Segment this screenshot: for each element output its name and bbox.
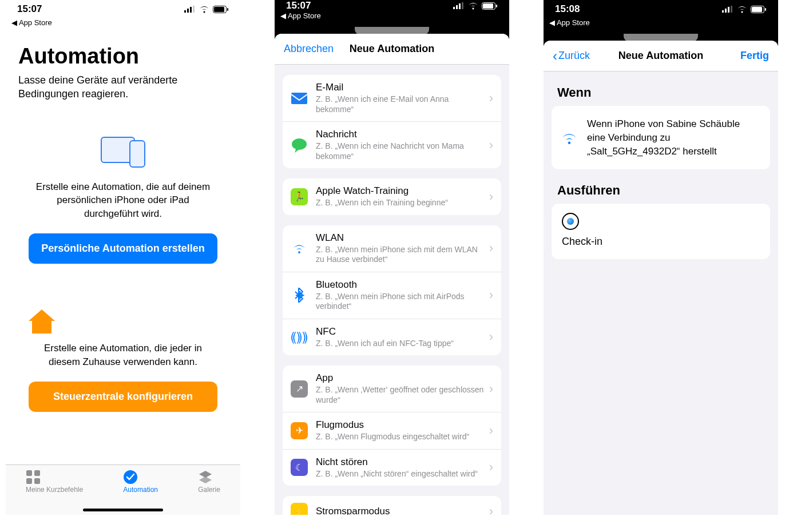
svg-rect-27 — [765, 8, 766, 11]
trigger-row-nfc[interactable]: ⸨⸩⸩NFCZ. B. „Wenn ich auf ein NFC-Tag ti… — [283, 319, 501, 356]
dnd-icon: ☾ — [291, 459, 308, 476]
trigger-subtitle: Z. B. „Wenn mein iPhone sich mit AirPods… — [316, 292, 486, 312]
trigger-row-airplane[interactable]: ✈FlugmodusZ. B. „Wenn Flugmodus eingesch… — [283, 412, 501, 450]
screen-trigger-list: 15:07 ◀︎ App Store Abbrechen Neue Automa… — [275, 0, 509, 515]
trigger-subtitle: Z. B. „Wenn ich auf ein NFC-Tag tippe“ — [316, 339, 486, 349]
when-section-label: Wenn — [557, 85, 764, 100]
trigger-subtitle: Z. B. „Wenn ich eine E-Mail von Anna bek… — [316, 94, 486, 114]
trigger-subtitle: Z. B. „Wenn ich eine Nachricht von Mama … — [316, 141, 486, 161]
tab-automation[interactable]: Automation — [123, 470, 158, 494]
screen-automation-home: 15:07 ◀︎ App Store Automation Lasse dein… — [6, 0, 240, 515]
chevron-right-icon: › — [489, 189, 493, 204]
cellular-icon — [722, 6, 733, 13]
trigger-title: Bluetooth — [316, 279, 486, 291]
trigger-title: Stromsparmodus — [316, 506, 486, 515]
status-time: 15:07 — [17, 3, 42, 15]
action-card[interactable]: Check-in — [552, 204, 770, 259]
trigger-row-app[interactable]: ↗AppZ. B. „Wenn ‚Wetter‘ geöffnet oder g… — [283, 366, 501, 412]
chevron-right-icon: › — [489, 329, 493, 344]
tab-gallery[interactable]: Galerie — [198, 470, 220, 494]
svg-rect-7 — [26, 470, 32, 476]
modal-title: Neue Automation — [350, 43, 434, 55]
modal-title: Neue Automation — [618, 50, 703, 62]
personal-automation-card: Erstelle eine Automation, die auf deinem… — [18, 122, 228, 276]
chevron-right-icon: › — [489, 504, 493, 515]
cellular-icon — [453, 2, 465, 9]
checkin-app-icon — [562, 213, 579, 230]
trigger-row-wifi[interactable]: WLANZ. B. „Wenn mein iPhone sich mit dem… — [283, 225, 501, 272]
tab-shortcuts[interactable]: Meine Kurzbefehle — [26, 470, 83, 494]
svg-rect-10 — [34, 478, 40, 484]
svg-rect-14 — [459, 3, 461, 9]
trigger-group: WLANZ. B. „Wenn mein iPhone sich mit dem… — [283, 225, 501, 356]
status-right — [453, 2, 498, 10]
wifi-icon — [199, 6, 209, 13]
back-button[interactable]: ‹ Zurück — [544, 41, 599, 71]
battery-icon: ⚡ — [291, 503, 308, 515]
trigger-group: E-MailZ. B. „Wenn ich eine E-Mail von An… — [283, 75, 501, 168]
svg-rect-2 — [190, 7, 192, 13]
svg-rect-9 — [26, 478, 32, 484]
svg-rect-18 — [496, 5, 497, 7]
svg-rect-1 — [187, 9, 189, 13]
trigger-row-battery[interactable]: ⚡Stromsparmodus› — [283, 496, 501, 515]
done-button[interactable]: Fertig — [731, 41, 778, 71]
svg-rect-22 — [725, 9, 727, 13]
personal-card-desc: Erstelle eine Automation, die auf deinem… — [29, 180, 217, 221]
modal-header: Abbrechen Neue Automation — [275, 34, 509, 65]
svg-rect-19 — [291, 93, 307, 104]
bluetooth-icon: ⌖ — [291, 287, 308, 304]
trigger-row-message[interactable]: NachrichtZ. B. „Wenn ich eine Nachricht … — [283, 122, 501, 168]
back-to-app[interactable]: ◀︎ App Store — [6, 18, 240, 30]
page-subtitle: Lasse deine Geräte auf veränderte Beding… — [18, 73, 228, 101]
status-right — [184, 6, 229, 13]
status-time: 15:08 — [555, 3, 580, 15]
grid-icon — [26, 470, 83, 485]
workout-icon: 🏃 — [291, 188, 308, 205]
stack-icon — [198, 470, 220, 485]
home-card-desc: Erstelle eine Automation, die jeder in d… — [29, 342, 217, 369]
trigger-group: 🏃Apple Watch-TrainingZ. B. „Wenn ich ein… — [283, 178, 501, 215]
app-icon: ↗ — [291, 380, 308, 398]
chevron-left-icon: ‹ — [553, 48, 557, 64]
back-to-app[interactable]: ◀︎ App Store — [275, 11, 509, 25]
status-bar: 15:07 — [6, 0, 240, 18]
sheet-grabber[interactable] — [275, 25, 509, 31]
trigger-title: WLAN — [316, 232, 486, 244]
trigger-group: ⚡Stromsparmodus› — [283, 496, 501, 515]
trigger-subtitle: Z. B. „Wenn mein iPhone sich mit dem WLA… — [316, 245, 486, 265]
battery-icon — [751, 6, 767, 13]
trigger-subtitle: Z. B. „Wenn Flugmodus eingeschaltet wird… — [316, 432, 486, 442]
home-indicator[interactable] — [83, 509, 163, 511]
devices-icon — [97, 134, 149, 170]
clock-check-icon — [123, 470, 158, 485]
trigger-row-bluetooth[interactable]: ⌖BluetoothZ. B. „Wenn mein iPhone sich m… — [283, 272, 501, 319]
page-title: Automation — [18, 44, 228, 69]
trigger-subtitle: Z. B. „Wenn ‚Wetter‘ geöffnet oder gesch… — [316, 385, 486, 405]
svg-rect-23 — [728, 7, 729, 13]
trigger-row-mail[interactable]: E-MailZ. B. „Wenn ich eine E-Mail von An… — [283, 75, 501, 122]
chevron-right-icon: › — [489, 138, 493, 153]
sheet-grabber[interactable] — [544, 31, 778, 38]
status-bar: 15:07 — [275, 0, 509, 11]
when-condition-card[interactable]: Wenn iPhone von Sabine Schäuble eine Ver… — [552, 106, 770, 169]
trigger-list[interactable]: E-MailZ. B. „Wenn ich eine E-Mail von An… — [275, 65, 509, 515]
trigger-row-workout[interactable]: 🏃Apple Watch-TrainingZ. B. „Wenn ich ein… — [283, 178, 501, 215]
create-personal-automation-button[interactable]: Persönliche Automation erstellen — [29, 233, 217, 264]
configure-home-button[interactable]: Steuerzentrale konfigurieren — [29, 382, 217, 412]
status-right — [722, 6, 767, 13]
cancel-button[interactable]: Abbrechen — [275, 34, 343, 64]
battery-icon — [482, 2, 498, 10]
tab-label: Galerie — [198, 486, 220, 494]
status-time: 15:07 — [286, 0, 311, 11]
back-to-app[interactable]: ◀︎ App Store — [544, 18, 778, 31]
screen-automation-summary: 15:08 ◀︎ App Store ‹ Zurück Neue Automat… — [544, 0, 778, 515]
mail-icon — [291, 90, 308, 107]
back-label: Zurück — [558, 50, 590, 62]
svg-rect-26 — [752, 7, 762, 12]
trigger-title: App — [316, 372, 486, 384]
trigger-row-dnd[interactable]: ☾Nicht störenZ. B. „Wenn „Nicht stören“ … — [283, 450, 501, 486]
wifi-icon — [561, 131, 578, 145]
chevron-right-icon: › — [489, 382, 493, 396]
trigger-title: Flugmodus — [316, 419, 486, 431]
